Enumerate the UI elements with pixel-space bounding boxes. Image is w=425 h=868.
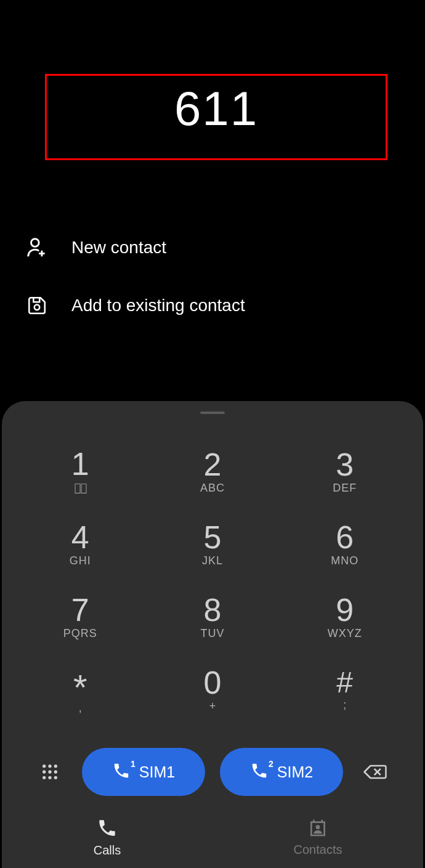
save-icon — [25, 293, 49, 318]
new-contact-label: New contact — [71, 238, 166, 258]
svg-point-3 — [34, 305, 40, 310]
nav-contacts-label: Contacts — [294, 843, 342, 857]
key-4[interactable]: 4 GHI — [14, 508, 147, 580]
key-letters: PQRS — [63, 627, 97, 640]
svg-point-15 — [316, 825, 320, 829]
drag-handle[interactable] — [200, 412, 225, 414]
phone-icon: 2 — [250, 761, 269, 782]
sim-badge-1: 1 — [131, 759, 136, 769]
key-digit: 7 — [71, 594, 89, 626]
nav-calls-label: Calls — [94, 843, 121, 858]
key-3[interactable]: 3 DEF — [278, 435, 411, 508]
key-letters: TUV — [200, 627, 224, 640]
nav-contacts[interactable]: Contacts — [212, 806, 423, 868]
keypad-grid: 1 ⌷⌷ 2 ABC 3 DEF 4 GHI 5 JKL 6 MNO 7 PQR… — [2, 435, 423, 726]
key-6[interactable]: 6 MNO — [278, 508, 411, 580]
key-7[interactable]: 7 PQRS — [14, 580, 147, 653]
backspace-icon — [363, 763, 387, 781]
add-existing-label: Add to existing contact — [71, 296, 245, 315]
sim2-label: SIM2 — [277, 763, 313, 781]
key-hash[interactable]: # ; — [278, 653, 411, 726]
key-digit: 2 — [204, 448, 222, 481]
svg-point-4 — [42, 765, 46, 768]
contact-options: New contact Add to existing contact — [25, 219, 400, 335]
key-star[interactable]: * , — [14, 653, 147, 726]
key-letters: ; — [343, 699, 346, 712]
key-letters: + — [209, 700, 216, 713]
key-letters: GHI — [70, 554, 91, 567]
bottom-nav: Calls Contacts — [2, 806, 423, 868]
key-9[interactable]: 9 WXYZ — [278, 580, 411, 653]
action-row: 1 SIM1 2 SIM2 — [2, 747, 423, 797]
svg-point-12 — [54, 776, 57, 779]
nav-calls[interactable]: Calls — [2, 806, 212, 868]
contacts-icon — [308, 818, 328, 840]
key-digit: 0 — [204, 667, 222, 699]
key-digit: 3 — [336, 448, 354, 481]
key-digit: 1 — [71, 448, 89, 480]
svg-point-6 — [54, 765, 57, 768]
key-digit: * — [73, 670, 87, 705]
call-sim2-button[interactable]: 2 SIM2 — [220, 748, 343, 796]
svg-point-0 — [31, 239, 39, 247]
phone-icon — [97, 817, 118, 841]
key-digit: 4 — [71, 521, 89, 553]
key-letters: JKL — [202, 554, 223, 567]
key-digit: 6 — [336, 521, 354, 553]
key-digit: 9 — [336, 594, 354, 626]
add-existing-contact-button[interactable]: Add to existing contact — [25, 277, 400, 335]
grid-icon — [40, 762, 60, 782]
svg-point-9 — [54, 770, 57, 773]
backspace-button[interactable] — [358, 755, 392, 789]
sim1-label: SIM1 — [139, 763, 175, 781]
svg-point-10 — [42, 776, 46, 779]
new-contact-button[interactable]: New contact — [25, 219, 400, 277]
key-letters: MNO — [331, 554, 358, 567]
keypad-panel: 1 ⌷⌷ 2 ABC 3 DEF 4 GHI 5 JKL 6 MNO 7 PQR… — [2, 401, 423, 868]
key-letters: WXYZ — [328, 627, 362, 640]
menu-grid-button[interactable] — [33, 755, 67, 789]
key-digit: 8 — [204, 594, 222, 626]
dialed-number[interactable]: 611 — [174, 81, 258, 137]
call-sim1-button[interactable]: 1 SIM1 — [82, 748, 205, 796]
svg-point-7 — [42, 770, 46, 773]
voicemail-icon: ⌷⌷ — [74, 481, 86, 495]
key-8[interactable]: 8 TUV — [147, 580, 279, 653]
key-5[interactable]: 5 JKL — [147, 508, 279, 580]
key-0[interactable]: 0 + — [147, 653, 279, 726]
svg-point-8 — [48, 770, 51, 773]
key-2[interactable]: 2 ABC — [147, 435, 279, 508]
person-add-icon — [25, 235, 49, 260]
phone-icon: 1 — [112, 761, 131, 782]
key-digit: 5 — [204, 521, 222, 553]
sim-badge-2: 2 — [269, 759, 273, 769]
key-1[interactable]: 1 ⌷⌷ — [14, 435, 147, 508]
key-digit: # — [336, 668, 353, 697]
key-letters: ABC — [200, 482, 225, 495]
key-letters: DEF — [333, 482, 357, 495]
svg-point-11 — [48, 776, 51, 779]
number-display-container: 611 — [45, 74, 387, 160]
svg-point-5 — [48, 765, 51, 768]
